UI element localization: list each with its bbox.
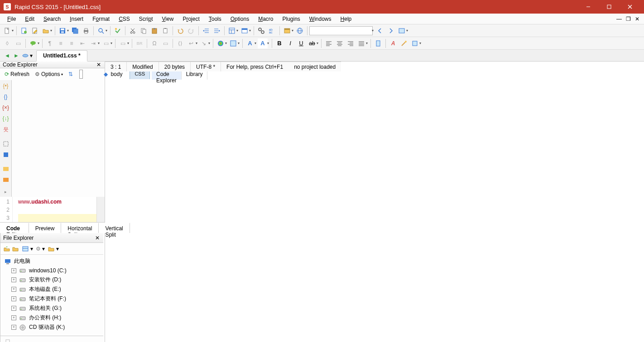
note-orange-icon[interactable] bbox=[1, 175, 11, 185]
paste-icon[interactable] bbox=[149, 26, 159, 36]
wand-icon[interactable] bbox=[399, 38, 409, 48]
save-icon[interactable] bbox=[58, 26, 67, 36]
dropdown-icon[interactable]: ▾ bbox=[236, 28, 238, 33]
window-icon[interactable] bbox=[240, 26, 250, 36]
dropdown-icon[interactable]: ▾ bbox=[38, 41, 39, 45]
person-icon[interactable]: 웃 bbox=[1, 124, 11, 134]
minimize-button[interactable] bbox=[578, 0, 599, 14]
color-icon[interactable] bbox=[216, 38, 226, 48]
code-icon[interactable] bbox=[410, 38, 420, 48]
close-button[interactable] bbox=[620, 0, 640, 14]
char-icon[interactable]: Ω bbox=[149, 38, 159, 48]
menu-plugins[interactable]: Plugins bbox=[278, 14, 304, 24]
entity-icon[interactable]: ▭ bbox=[160, 38, 170, 48]
maximize-button[interactable] bbox=[599, 0, 620, 14]
menu-options[interactable]: Options bbox=[226, 14, 254, 24]
new-doc-icon[interactable] bbox=[19, 26, 29, 36]
dropdown-icon[interactable]: ▾ bbox=[67, 28, 69, 33]
dropdown-icon[interactable]: ▾ bbox=[56, 246, 59, 252]
expand-icon[interactable]: + bbox=[11, 268, 16, 273]
refresh-button[interactable]: ⟳Refresh bbox=[3, 70, 31, 78]
dropdown-icon[interactable]: ▾ bbox=[249, 28, 251, 33]
dropdown-icon[interactable]: ▾ bbox=[366, 41, 368, 45]
up-folder-icon[interactable] bbox=[3, 245, 10, 252]
selector-a-icon[interactable]: A bbox=[388, 38, 398, 48]
replace-icon[interactable]: abac bbox=[267, 26, 277, 36]
nav-fwd-icon[interactable] bbox=[386, 26, 396, 36]
print-icon[interactable] bbox=[81, 26, 91, 36]
file-blank[interactable] bbox=[3, 338, 101, 342]
dropdown-icon[interactable]: ▾ bbox=[317, 41, 318, 45]
italic-icon[interactable]: I bbox=[285, 38, 295, 48]
nav-disk-icon[interactable] bbox=[21, 51, 30, 60]
clipboard-icon[interactable] bbox=[160, 26, 170, 36]
nav-back-green-icon[interactable]: ◄ bbox=[3, 51, 12, 60]
validate-icon[interactable] bbox=[113, 26, 123, 36]
tag-icon[interactable]: ⟨⟩ bbox=[175, 38, 185, 48]
mdi-close-icon[interactable]: ✕ bbox=[633, 15, 641, 23]
undo-icon[interactable] bbox=[175, 26, 185, 36]
brace-x-icon[interactable]: {×} bbox=[1, 103, 11, 113]
dropdown-icon[interactable]: ▾ bbox=[50, 28, 52, 33]
drive-node[interactable]: +办公资料 (H:) bbox=[3, 313, 101, 323]
wrap-icon[interactable]: ↩ bbox=[186, 38, 196, 48]
dropdown-icon[interactable]: ▾ bbox=[267, 41, 269, 45]
edit-doc-icon[interactable] bbox=[30, 26, 40, 36]
find-icon[interactable] bbox=[256, 26, 266, 36]
panel-close-icon[interactable]: ✕ bbox=[94, 235, 101, 241]
select-box-icon[interactable] bbox=[1, 139, 11, 149]
comment-icon[interactable] bbox=[28, 38, 38, 48]
tab-vsplit[interactable]: Vertical Split bbox=[99, 223, 130, 233]
mdi-minimize-icon[interactable]: — bbox=[615, 15, 623, 23]
tag-a-icon[interactable]: ◊ bbox=[2, 38, 12, 48]
block-icon[interactable]: ▭ bbox=[101, 38, 111, 48]
bold-icon[interactable]: B bbox=[274, 38, 284, 48]
menu-macro[interactable]: Macro bbox=[254, 14, 278, 24]
search-input[interactable] bbox=[79, 70, 83, 79]
outdent-icon[interactable] bbox=[201, 26, 211, 36]
drive-node[interactable]: +安装软件 (D:) bbox=[3, 275, 101, 285]
drive-node[interactable]: +笔记本资料 (F:) bbox=[3, 294, 101, 304]
document-tab[interactable]: Untitled1.css * bbox=[36, 50, 87, 62]
menu-view[interactable]: View bbox=[158, 14, 178, 24]
nav-fwd-green-icon[interactable]: ► bbox=[12, 51, 21, 60]
align-center-icon[interactable] bbox=[335, 38, 345, 48]
open-folder-icon[interactable] bbox=[41, 26, 51, 36]
sort-button[interactable]: ⇅ bbox=[67, 70, 75, 78]
drive-node[interactable]: +本地磁盘 (E:) bbox=[3, 285, 101, 294]
menu-search[interactable]: Search bbox=[39, 14, 65, 24]
tab-code-editor[interactable]: Code Editor bbox=[0, 223, 29, 233]
strike-icon[interactable]: ab bbox=[307, 38, 317, 48]
url-combo[interactable] bbox=[309, 26, 373, 35]
menu-edit[interactable]: Edit bbox=[20, 14, 39, 24]
menu-format[interactable]: Format bbox=[88, 14, 114, 24]
view-list-icon[interactable] bbox=[22, 245, 29, 252]
new-file-icon[interactable] bbox=[2, 26, 12, 36]
expand-icon[interactable]: + bbox=[11, 315, 16, 320]
redo-icon[interactable] bbox=[186, 26, 196, 36]
drive-node[interactable]: +windows10 (C:) bbox=[3, 266, 101, 275]
expand-strip-icon[interactable]: ▸ bbox=[1, 187, 11, 197]
menu-project[interactable]: Project bbox=[178, 14, 204, 24]
expand-icon[interactable]: + bbox=[11, 277, 16, 282]
dropdown-icon[interactable]: ▾ bbox=[30, 52, 33, 59]
dropdown-icon[interactable]: ▾ bbox=[238, 41, 240, 45]
menu-css[interactable]: CSS bbox=[114, 14, 135, 24]
brace-icon[interactable]: {} bbox=[1, 92, 11, 102]
dropdown-icon[interactable]: ▾ bbox=[42, 246, 45, 252]
menu-script[interactable]: Script bbox=[135, 14, 158, 24]
form-icon[interactable]: ▭ bbox=[118, 38, 128, 48]
layout-icon[interactable] bbox=[227, 26, 237, 36]
zoom-icon[interactable] bbox=[96, 26, 106, 36]
arrow-icon[interactable]: ↘ bbox=[199, 38, 209, 48]
tab-preview[interactable]: Preview bbox=[29, 223, 62, 233]
list-ul-icon[interactable]: ≡ bbox=[67, 38, 77, 48]
dropdown-icon[interactable]: ▾ bbox=[406, 28, 408, 33]
bg-color-icon[interactable]: A bbox=[258, 38, 268, 48]
image-icon[interactable]: ▭ bbox=[13, 38, 23, 48]
align-left-icon[interactable] bbox=[324, 38, 334, 48]
copy-icon[interactable] bbox=[139, 26, 149, 36]
dropdown-icon[interactable]: ▾ bbox=[419, 41, 421, 45]
menu-file[interactable]: File bbox=[3, 14, 20, 24]
nav-back-icon[interactable] bbox=[375, 26, 385, 36]
